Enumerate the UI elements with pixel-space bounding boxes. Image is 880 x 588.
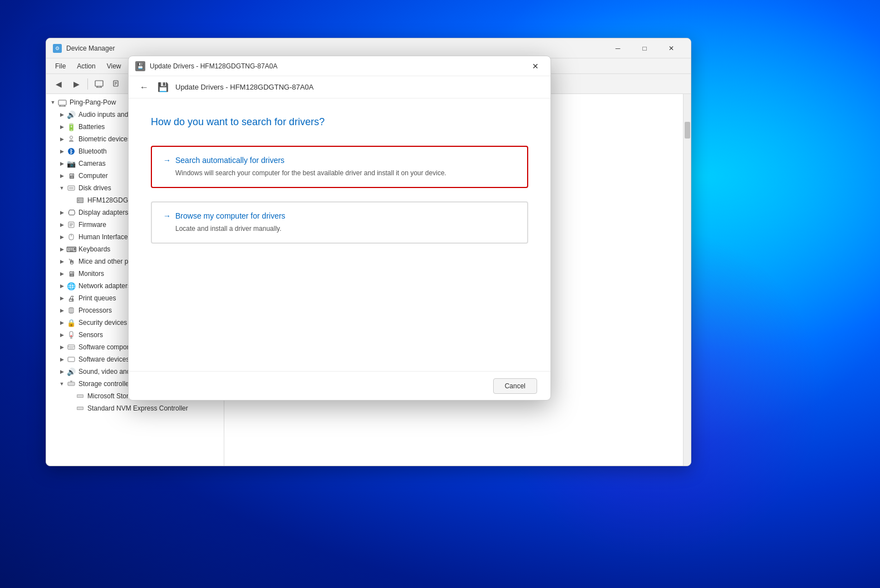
window-title: Device Manager [66, 45, 115, 52]
expand-network-icon: ▶ [57, 281, 66, 290]
browse-manual-option[interactable]: → Browse my computer for drivers Locate … [151, 201, 528, 244]
search-auto-label: Search automatically for drivers [175, 156, 284, 165]
browse-manual-desc: Locate and install a driver manually. [175, 224, 516, 234]
expand-audio-icon: ▶ [57, 110, 66, 119]
mice-icon: 🖱 [66, 256, 76, 266]
print-icon: 🖨 [66, 293, 76, 303]
root-label: Ping-Pang-Pow [70, 98, 116, 106]
svg-rect-45 [69, 348, 73, 349]
forward-button[interactable]: ▶ [68, 76, 84, 92]
collapse-icon: ▼ [48, 98, 57, 107]
close-button[interactable]: ✕ [658, 40, 684, 57]
search-auto-option[interactable]: → Search automatically for drivers Windo… [151, 146, 528, 188]
batteries-icon: 🔋 [66, 122, 76, 132]
computer-tree-icon: 🖥 [66, 171, 76, 181]
browse-manual-link: → Browse my computer for drivers [163, 211, 516, 220]
browse-manual-label: Browse my computer for drivers [175, 211, 286, 220]
title-bar-left: ⚙ Device Manager [53, 44, 115, 53]
dialog-close-button[interactable]: ✕ [527, 58, 544, 75]
biometric-label: Biometric devices [78, 135, 131, 143]
expand-processors-icon: ▶ [57, 306, 66, 315]
search-auto-link: → Search automatically for drivers [163, 156, 516, 165]
svg-text:ᛒ: ᛒ [70, 149, 73, 155]
menu-file[interactable]: File [51, 61, 70, 71]
firmware-icon [66, 220, 76, 230]
collapse-disk-icon: ▼ [57, 184, 66, 192]
display-icon: 🖵 [66, 207, 76, 218]
cancel-button[interactable]: Cancel [493, 378, 537, 394]
scrollbar-thumb [685, 122, 690, 139]
biometric-icon [66, 134, 76, 144]
menu-action[interactable]: Action [72, 61, 100, 71]
expand-firmware-icon: ▶ [57, 220, 66, 229]
back-arrow-icon: ← [140, 82, 149, 92]
expand-batteries-icon: ▶ [57, 122, 66, 131]
minimize-button[interactable]: ─ [605, 40, 631, 57]
minimize-icon: ─ [616, 45, 621, 52]
sensors-icon [66, 330, 76, 340]
menu-view[interactable]: View [102, 61, 126, 71]
cameras-label: Cameras [78, 160, 106, 167]
dialog-footer: Cancel [129, 371, 550, 400]
audio-icon: 🔊 [66, 110, 76, 120]
monitors-icon: 🖥 [66, 269, 76, 279]
svg-rect-52 [77, 395, 83, 397]
storage-label: Storage controllers [78, 380, 135, 388]
svg-rect-42 [71, 335, 72, 337]
display-label: Display adapters [78, 209, 128, 216]
expand-hfm-icon [66, 196, 75, 205]
expand-display-icon: ▶ [57, 208, 66, 217]
processors-label: Processors [78, 307, 112, 314]
right-scrollbar[interactable] [683, 94, 691, 466]
bluetooth-icon: ᛒ [66, 146, 76, 156]
svg-rect-0 [95, 81, 103, 86]
software-devices-icon [66, 354, 76, 364]
software-components-icon [66, 342, 76, 352]
browse-manual-arrow: → [163, 211, 171, 220]
expand-nvm-icon [66, 404, 75, 413]
computer-button[interactable] [91, 76, 107, 92]
keyboard-icon: ⌨ [66, 244, 76, 254]
bluetooth-label: Bluetooth [78, 147, 107, 155]
svg-rect-43 [68, 345, 75, 349]
expand-computer-icon: ▶ [57, 171, 66, 180]
search-auto-desc: Windows will search your computer for th… [175, 168, 516, 178]
svg-rect-21 [69, 187, 73, 189]
expand-mice-icon: ▶ [57, 257, 66, 266]
svg-rect-46 [68, 357, 75, 362]
security-label: Security devices [78, 319, 127, 327]
dialog-nav-bar: ← 💾 Update Drivers - HFM128GDGTNG-87A0A [129, 76, 550, 98]
dialog-close-icon: ✕ [532, 62, 539, 71]
expand-software-comp-icon: ▶ [57, 343, 66, 352]
tree-item-nvm[interactable]: Standard NVM Express Controller [46, 402, 224, 414]
monitors-label: Monitors [78, 270, 104, 278]
expand-print-icon: ▶ [57, 294, 66, 303]
svg-rect-54 [77, 407, 83, 409]
expand-hid-icon: ▶ [57, 233, 66, 241]
svg-point-17 [70, 136, 73, 139]
computer-label: Computer [78, 172, 108, 180]
back-button[interactable]: ◀ [51, 76, 66, 92]
properties-icon [112, 80, 121, 88]
computer-icon [95, 80, 104, 88]
firmware-label: Firmware [78, 221, 106, 229]
security-icon: 🔒 [66, 318, 76, 328]
expand-monitors-icon: ▶ [57, 269, 66, 278]
dialog-title-bar: 💾 Update Drivers - HFM128GDGTNG-87A0A ✕ [129, 56, 550, 76]
disk-label: Disk drives [78, 184, 111, 192]
network-icon: 🌐 [66, 281, 76, 291]
properties-button[interactable] [109, 76, 125, 92]
close-icon: ✕ [668, 45, 674, 52]
disk-icon [66, 183, 76, 193]
root-icon [57, 97, 67, 107]
expand-ms-storage-icon [66, 392, 75, 401]
nvm-label: Standard NVM Express Controller [87, 404, 188, 412]
svg-point-24 [78, 200, 79, 201]
maximize-button[interactable]: □ [632, 40, 657, 57]
expand-security-icon: ▶ [57, 318, 66, 327]
expand-software-dev-icon: ▶ [57, 355, 66, 364]
storage-icon [66, 379, 76, 389]
dialog-back-button[interactable]: ← [137, 81, 151, 94]
software-devices-label: Software devices [78, 355, 129, 363]
dialog-nav-hdd-icon: 💾 [158, 82, 169, 92]
